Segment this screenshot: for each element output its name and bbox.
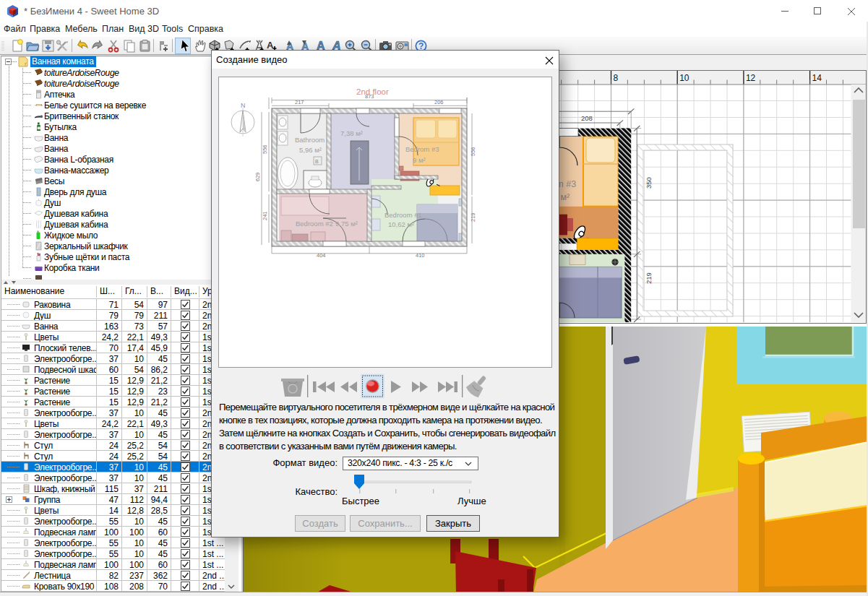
svg-text:9 м²: 9 м² bbox=[413, 156, 426, 164]
svg-text:350: 350 bbox=[645, 177, 653, 189]
svg-text:10,62 м²: 10,62 м² bbox=[388, 220, 414, 228]
svg-text:14: 14 bbox=[812, 73, 822, 83]
svg-text:217: 217 bbox=[295, 99, 304, 105]
svg-text:629: 629 bbox=[254, 172, 261, 181]
svg-text:12: 12 bbox=[746, 73, 756, 83]
svg-text:9,75 м²: 9,75 м² bbox=[335, 220, 358, 228]
svg-text:Bedroom #1: Bedroom #1 bbox=[384, 211, 422, 219]
svg-text:B: B bbox=[315, 159, 319, 164]
svg-text:219: 219 bbox=[470, 212, 476, 222]
svg-text:410: 410 bbox=[416, 252, 425, 259]
svg-text:206: 206 bbox=[434, 99, 444, 105]
svg-text:Bedrom #3: Bedrom #3 bbox=[405, 145, 439, 153]
svg-text:556: 556 bbox=[262, 144, 268, 154]
svg-text:404: 404 bbox=[317, 252, 326, 259]
svg-text:556: 556 bbox=[470, 147, 476, 156]
svg-text:Bedroom #2: Bedroom #2 bbox=[296, 220, 333, 228]
svg-text:8: 8 bbox=[614, 73, 619, 83]
svg-text:5,96 м²: 5,96 м² bbox=[299, 146, 322, 154]
svg-text:873: 873 bbox=[365, 93, 374, 100]
svg-text:241: 241 bbox=[262, 211, 268, 220]
svg-text:219: 219 bbox=[645, 272, 653, 284]
svg-text:N: N bbox=[241, 102, 246, 109]
svg-text:7,38 м²: 7,38 м² bbox=[340, 129, 363, 137]
svg-text:10: 10 bbox=[679, 73, 689, 83]
svg-text:Bathroom: Bathroom bbox=[295, 136, 325, 144]
svg-text:208: 208 bbox=[581, 114, 593, 122]
